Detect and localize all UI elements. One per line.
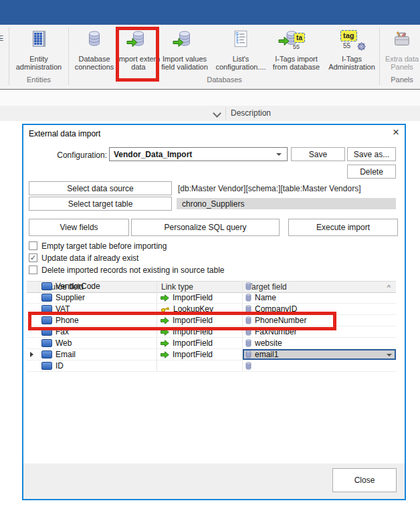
target-field-cell[interactable]: Name — [243, 292, 396, 303]
ribbon-group-label-panels: Panels — [383, 76, 420, 84]
table-row[interactable]: WebImportFieldwebsite — [27, 338, 396, 349]
checkbox-update-data[interactable]: ✓ Update data if already exist — [29, 253, 138, 263]
target-field-cell[interactable]: PhoneNumber — [243, 315, 396, 326]
target-field-cell[interactable] — [243, 281, 396, 292]
ribbon-item-label: Database connections — [67, 55, 122, 71]
link-type-cell[interactable] — [157, 281, 243, 292]
source-field-cell[interactable]: Phone — [37, 315, 157, 326]
target-field-value: Name — [255, 293, 276, 302]
target-field-icon — [245, 282, 251, 290]
save-as-button[interactable]: Save as... — [347, 147, 396, 161]
select-target-table-button[interactable]: Select target table — [29, 197, 172, 211]
source-field-value: Supplier — [56, 293, 85, 302]
checkbox-label: Empty target table before importing — [41, 241, 167, 251]
source-field-value: VAT — [56, 304, 70, 314]
link-type-cell[interactable]: LookupKey — [157, 304, 243, 314]
row-gutter — [27, 326, 37, 337]
ribbon-item-extra-data-panels[interactable]: Extra data Panels — [383, 29, 420, 71]
checkbox-icon[interactable]: ✓ — [29, 253, 37, 262]
table-row[interactable]: VendorCode — [27, 281, 396, 292]
source-field-cell[interactable]: Email — [37, 349, 157, 360]
close-button[interactable]: Close — [332, 468, 397, 492]
ribbon-item-lists-configuration[interactable]: List's configuration.... — [213, 29, 268, 71]
close-icon[interactable]: × — [393, 126, 399, 139]
ribbon-item-itags-administration[interactable]: tag 55 I-Tags Administration — [322, 29, 382, 71]
source-field-cell[interactable]: Supplier — [37, 292, 157, 303]
source-field-cell[interactable]: VAT — [37, 304, 157, 314]
import-arrow-icon — [161, 328, 169, 336]
dialog-title: External data import — [29, 129, 100, 138]
link-type-cell[interactable]: ImportField — [157, 292, 243, 303]
link-type-value: LookupKey — [173, 304, 213, 314]
link-type-cell[interactable]: ImportField — [157, 315, 243, 326]
row-gutter — [27, 292, 37, 303]
source-field-icon — [41, 294, 52, 302]
dropdown-arrow-icon[interactable] — [387, 354, 392, 356]
table-row[interactable]: VATLookupKeyCompanyID — [27, 304, 396, 315]
database-icon — [84, 29, 104, 54]
link-type-cell[interactable]: ImportField — [157, 338, 243, 348]
target-field-cell[interactable]: website — [243, 338, 396, 348]
dialog-footer: Close — [23, 463, 405, 499]
ribbon-item-database-connections[interactable]: Database connections — [67, 29, 122, 71]
save-button[interactable]: Save — [291, 147, 345, 161]
source-field-cell[interactable]: Web — [37, 338, 157, 348]
delete-button[interactable]: Delete — [347, 165, 396, 179]
table-row[interactable]: SupplierImportFieldName — [27, 292, 396, 304]
import-arrow-icon — [161, 317, 169, 324]
source-field-value: Email — [56, 350, 76, 359]
target-field-combobox[interactable]: email1 — [243, 349, 396, 360]
table-row[interactable]: ID — [27, 360, 396, 372]
source-field-icon — [41, 316, 52, 324]
table-row[interactable]: FaxImportFieldFaxNumber — [27, 326, 396, 338]
source-field-cell[interactable]: Fax — [37, 326, 157, 337]
link-type-cell[interactable] — [157, 360, 243, 371]
ribbon-group-divider — [9, 27, 9, 85]
green-import-arrow-icon — [126, 37, 138, 49]
checkbox-delete-imported-records[interactable]: Delete imported records not existing in … — [29, 265, 224, 275]
grid-rows: VendorCodeSupplierImportFieldNameVATLook… — [27, 281, 396, 372]
select-data-source-button[interactable]: Select data source — [29, 181, 172, 195]
ribbon-item-label: List's configuration.... — [213, 55, 268, 71]
source-field-value: Phone — [56, 316, 79, 325]
checkbox-empty-target-table[interactable]: Empty target table before importing — [29, 241, 167, 251]
ribbon-item-itags-import-from-database[interactable]: ta 55 I-Tags import from database — [267, 29, 326, 71]
ribbon-item-entity-administration[interactable]: Entity administration — [11, 29, 67, 71]
source-field-cell[interactable]: VendorCode — [37, 281, 157, 292]
target-field-cell[interactable] — [243, 360, 396, 371]
source-field-value: Web — [56, 338, 72, 348]
green-import-arrow-icon — [278, 36, 290, 48]
table-row[interactable]: EmailImportFieldemail1 — [27, 349, 396, 360]
ribbon-item-import-values-field-validation[interactable]: Import values field validation — [156, 29, 213, 71]
checkbox-label: Delete imported records not existing in … — [41, 266, 224, 275]
checkbox-icon[interactable] — [29, 266, 37, 274]
source-field-cell[interactable]: ID — [37, 360, 157, 371]
ribbon: E Entity administration Entities — [0, 25, 420, 90]
data-source-value: [db:Master Vendor][schema:][table:Master… — [178, 184, 360, 193]
target-field-value: FaxNumber — [255, 327, 297, 336]
target-field-cell[interactable]: FaxNumber — [243, 326, 396, 337]
configuration-combobox[interactable]: Vendor_Data_Import — [109, 147, 288, 161]
source-field-icon — [41, 282, 52, 290]
execute-import-button[interactable]: Execute import — [288, 219, 398, 236]
tag-number: 55 — [293, 43, 300, 50]
view-fields-button[interactable]: View fields — [29, 219, 129, 236]
row-gutter — [27, 304, 37, 314]
link-type-cell[interactable]: ImportField — [157, 326, 243, 337]
ribbon-item-label: Import values field validation — [156, 55, 213, 71]
window-titlebar — [0, 0, 420, 25]
description-bar[interactable]: Description — [0, 106, 420, 121]
target-field-value: website — [255, 338, 282, 348]
checkbox-label: Update data if already exist — [41, 253, 138, 263]
checkbox-icon[interactable] — [29, 241, 37, 250]
table-row[interactable]: PhoneImportFieldPhoneNumber — [27, 315, 396, 326]
link-type-cell[interactable]: ImportField — [157, 349, 243, 360]
target-field-icon — [245, 362, 251, 370]
itags-admin-icon: tag 55 — [336, 29, 367, 54]
chevron-down-icon[interactable] — [213, 109, 221, 118]
row-gutter — [27, 281, 37, 292]
target-field-cell[interactable]: CompanyID — [243, 304, 396, 314]
personalize-sql-query-button[interactable]: Personalize SQL query — [131, 219, 280, 236]
ribbon-item-import-extern-data[interactable]: Import extern data — [115, 29, 162, 71]
configuration-value: Vendor_Data_Import — [114, 150, 192, 159]
